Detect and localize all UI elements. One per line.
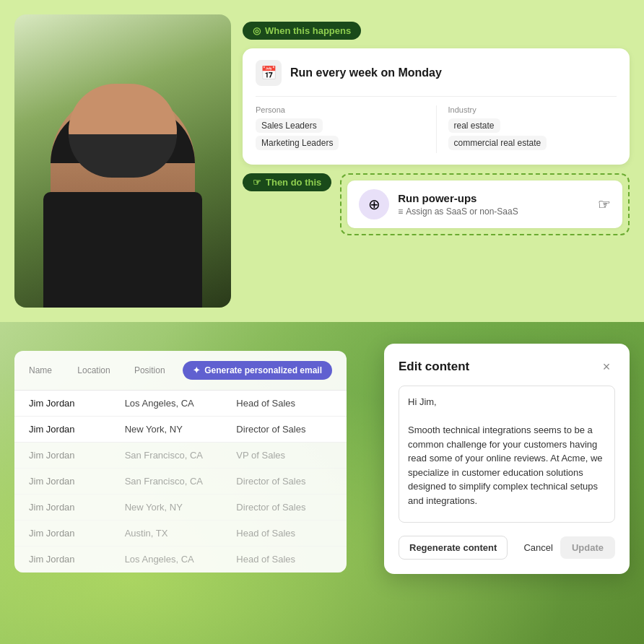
tag-sales-leaders: Sales Leaders: [256, 118, 323, 133]
table-header: Name Location Position ✦ Generate person…: [14, 351, 347, 391]
list-icon: ≡: [398, 206, 403, 217]
cell-location: San Francisco, CA: [125, 476, 237, 487]
tag-real-estate: real estate: [448, 118, 500, 133]
cell-name: Jim Jordan: [29, 450, 125, 461]
action-title: Run power-ups: [398, 192, 583, 204]
cell-position: Director of Sales: [236, 476, 332, 487]
action-info: Run power-ups ≡ Assign as SaaS or non-Sa…: [398, 192, 583, 217]
industry-col: Industry real estate commercial real est…: [437, 105, 617, 153]
cell-name: Jim Jordan: [29, 502, 125, 513]
cell-position: Director of Sales: [236, 424, 332, 435]
powerup-icon: ⊕: [359, 189, 389, 219]
cancel-button[interactable]: Cancel: [523, 542, 552, 553]
cell-name: Jim Jordan: [29, 424, 125, 435]
then-section: ☞ Then do this ⊕ Run power-ups ≡ Assign …: [243, 173, 630, 235]
calendar-icon: 📅: [256, 60, 282, 86]
persona-label: Persona: [256, 105, 425, 114]
top-section: ◎ When this happens 📅 Run every week on …: [0, 0, 644, 322]
persona-tags: Sales Leaders Marketing Leaders: [256, 118, 425, 153]
generate-email-button[interactable]: ✦ Generate personalized email: [183, 361, 332, 380]
trigger-details: Persona Sales Leaders Marketing Leaders …: [256, 96, 617, 153]
table-row[interactable]: Jim Jordan San Francisco, CA VP of Sales: [14, 443, 347, 469]
person-photo: [14, 14, 231, 308]
person-photo-container: [14, 14, 231, 308]
pointer-cursor-icon: ☞: [598, 196, 611, 213]
tag-marketing-leaders: Marketing Leaders: [256, 136, 339, 150]
trigger-title: Run every week on Monday: [290, 66, 442, 79]
col-header-position: Position: [134, 365, 183, 375]
cell-location: Los Angeles, CA: [125, 398, 237, 409]
table-row[interactable]: Jim Jordan San Francisco, CA Director of…: [14, 469, 347, 495]
cell-name: Jim Jordan: [29, 476, 125, 487]
action-sub-text: Assign as SaaS or non-SaaS: [406, 206, 518, 217]
industry-tags: real estate commercial real estate: [448, 118, 617, 153]
generate-btn-label: Generate personalized email: [204, 365, 322, 375]
action-dashed-box: ⊕ Run power-ups ≡ Assign as SaaS or non-…: [340, 173, 630, 235]
cell-location: San Francisco, CA: [125, 450, 237, 461]
modal-header: Edit content ×: [399, 358, 615, 375]
table-row[interactable]: Jim Jordan New York, NY Director of Sale…: [14, 495, 347, 521]
cell-name: Jim Jordan: [29, 528, 125, 539]
cell-position: Head of Sales: [236, 398, 332, 409]
modal-title: Edit content: [399, 360, 469, 374]
cell-location: Austin, TX: [125, 528, 237, 539]
update-button[interactable]: Update: [560, 536, 615, 559]
cell-position: Head of Sales: [236, 528, 332, 539]
wand-icon: ✦: [193, 365, 200, 375]
cell-location: New York, NY: [125, 424, 237, 435]
bottom-section: Name Location Position ✦ Generate person…: [0, 322, 644, 644]
persona-col: Persona Sales Leaders Marketing Leaders: [256, 105, 437, 153]
close-modal-button[interactable]: ×: [598, 358, 615, 375]
trigger-header: 📅 Run every week on Monday: [256, 60, 617, 86]
when-badge: ◎ When this happens: [243, 22, 361, 40]
col-header-name: Name: [29, 365, 77, 375]
cell-name: Jim Jordan: [29, 554, 125, 565]
cell-location: Los Angeles, CA: [125, 554, 237, 565]
regenerate-button[interactable]: Regenerate content: [399, 536, 508, 560]
when-icon: ◎: [253, 25, 261, 36]
cursor-icon: ☞: [253, 177, 261, 188]
automation-panel: ◎ When this happens 📅 Run every week on …: [243, 14, 630, 308]
industry-label: Industry: [448, 105, 617, 114]
table-row[interactable]: Jim Jordan New York, NY Director of Sale…: [14, 417, 347, 443]
cell-location: New York, NY: [125, 502, 237, 513]
edit-content-modal: Edit content × Hi Jim, Smooth technical …: [384, 344, 630, 574]
cell-position: VP of Sales: [236, 450, 332, 461]
table-row[interactable]: Jim Jordan Austin, TX Head of Sales: [14, 521, 347, 547]
modal-actions: Regenerate content Cancel Update: [399, 536, 615, 560]
table-panel: Name Location Position ✦ Generate person…: [14, 351, 347, 573]
action-sub: ≡ Assign as SaaS or non-SaaS: [398, 206, 583, 217]
cell-position: Director of Sales: [236, 502, 332, 513]
when-label: When this happens: [265, 25, 351, 36]
tag-commercial-real-estate: commercial real estate: [448, 136, 547, 150]
email-content-textarea[interactable]: Hi Jim, Smooth technical integrations se…: [399, 386, 615, 523]
trigger-card: 📅 Run every week on Monday Persona Sales…: [243, 48, 630, 165]
table-row[interactable]: Jim Jordan Los Angeles, CA Head of Sales: [14, 547, 347, 573]
then-label: Then do this: [266, 177, 321, 188]
action-card[interactable]: ⊕ Run power-ups ≡ Assign as SaaS or non-…: [347, 180, 622, 228]
col-header-location: Location: [77, 365, 134, 375]
cell-name: Jim Jordan: [29, 398, 125, 409]
cell-position: Head of Sales: [236, 554, 332, 565]
then-badge: ☞ Then do this: [243, 173, 331, 191]
table-row[interactable]: Jim Jordan Los Angeles, CA Head of Sales: [14, 391, 347, 417]
